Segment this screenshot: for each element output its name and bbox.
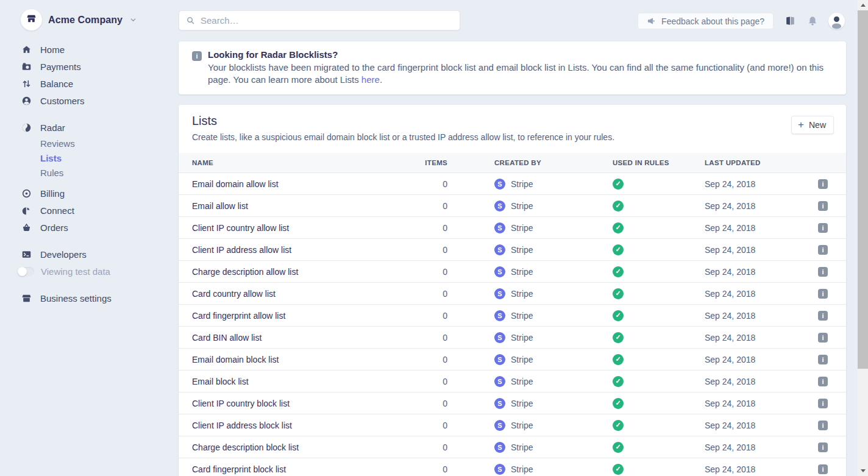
stripe-logo-icon: S [494, 201, 505, 211]
check-icon: ✓ [613, 464, 624, 475]
sidebar-item-rules[interactable]: Rules [40, 165, 152, 180]
used-in-rules-cell: ✓ [613, 310, 705, 321]
row-info-button[interactable]: i [818, 311, 828, 321]
column-header-used-in-rules: USED IN RULES [613, 159, 705, 166]
sidebar-nav: Home Payments Balance Customers Radar [21, 41, 152, 307]
sidebar-item-lists[interactable]: Lists [40, 151, 152, 165]
sidebar-item-balance[interactable]: Balance [21, 75, 152, 92]
last-updated: Sep 24, 2018 [705, 311, 818, 321]
created-by-cell: S Stripe [447, 376, 613, 387]
used-in-rules-cell: ✓ [613, 222, 705, 233]
used-in-rules-cell: ✓ [613, 179, 705, 190]
sidebar-item-customers[interactable]: Customers [21, 92, 152, 109]
search-bar[interactable] [179, 10, 460, 30]
sidebar-item-payments[interactable]: Payments [21, 58, 152, 75]
check-icon: ✓ [613, 332, 624, 343]
created-by-label: Stripe [511, 464, 533, 474]
used-in-rules-cell: ✓ [613, 376, 705, 387]
table-row[interactable]: Charge description allow list 0 S Stripe… [179, 260, 846, 282]
test-data-toggle-row[interactable]: Viewing test data [21, 263, 152, 280]
search-input[interactable] [201, 15, 453, 26]
table-row[interactable]: Client IP address allow list 0 S Stripe … [179, 238, 846, 260]
vertical-scrollbar[interactable] [858, 0, 868, 476]
created-by-cell: S Stripe [447, 288, 613, 299]
row-info-button[interactable]: i [818, 333, 828, 343]
table-row[interactable]: Card fingerprint allow list 0 S Stripe ✓… [179, 304, 846, 326]
stripe-logo-icon: S [494, 420, 505, 431]
account-name: Acme Company [48, 15, 123, 26]
table-row[interactable]: Email block list 0 S Stripe ✓ Sep 24, 20… [179, 370, 846, 392]
learn-more-link[interactable]: here [361, 74, 380, 85]
used-in-rules-cell: ✓ [613, 244, 705, 255]
sidebar-item-label: Orders [40, 222, 68, 233]
sidebar-item-label: Connect [40, 205, 74, 216]
table-row[interactable]: Client IP country allow list 0 S Stripe … [179, 216, 846, 238]
scrollbar-thumb[interactable] [858, 10, 868, 369]
sidebar-item-reviews[interactable]: Reviews [40, 136, 152, 151]
created-by-label: Stripe [511, 267, 533, 277]
row-info-button[interactable]: i [818, 245, 828, 255]
banner-body-period: . [380, 74, 382, 85]
list-items-count: 0 [417, 245, 447, 255]
table-row[interactable]: Card BIN allow list 0 S Stripe ✓ Sep 24,… [179, 326, 846, 348]
row-info-button[interactable]: i [818, 267, 828, 277]
test-data-toggle[interactable] [18, 267, 34, 276]
table-row[interactable]: Email domain block list 0 S Stripe ✓ Sep… [179, 348, 846, 370]
table-row[interactable]: Charge description block list 0 S Stripe… [179, 436, 846, 458]
stripe-logo-icon: S [494, 244, 505, 255]
new-list-button[interactable]: + New [791, 116, 834, 134]
last-updated: Sep 24, 2018 [705, 201, 818, 211]
table-row[interactable]: Email allow list 0 S Stripe ✓ Sep 24, 20… [179, 194, 846, 216]
sidebar-item-label: Balance [40, 79, 73, 89]
sidebar-item-business-settings[interactable]: Business settings [21, 290, 152, 307]
table-row[interactable]: Client IP country block list 0 S Stripe … [179, 392, 846, 414]
user-avatar[interactable] [828, 13, 845, 29]
notifications-bell-icon[interactable] [807, 15, 818, 27]
sidebar-item-orders[interactable]: Orders [21, 219, 152, 236]
row-info-button[interactable]: i [818, 377, 828, 386]
created-by-cell: S Stripe [447, 201, 613, 211]
radar-blocklists-banner: i Looking for Radar Blocklists? Your blo… [179, 41, 846, 94]
list-name: Charge description allow list [192, 267, 417, 277]
list-name: Card country allow list [192, 289, 417, 299]
billing-icon [21, 188, 32, 199]
row-info-button[interactable]: i [818, 421, 828, 430]
row-info-button[interactable]: i [818, 464, 828, 474]
table-row[interactable]: Client IP address block list 0 S Stripe … [179, 414, 846, 436]
row-info-button[interactable]: i [818, 355, 828, 364]
feedback-label: Feedback about this page? [661, 16, 764, 26]
sidebar-subitem-label: Lists [40, 153, 62, 163]
created-by-cell: S Stripe [447, 266, 613, 277]
sidebar-item-connect[interactable]: Connect [21, 202, 152, 219]
sidebar-item-radar[interactable]: Radar [21, 119, 152, 136]
scrollbar-up-arrow[interactable] [858, 0, 868, 10]
feedback-button[interactable]: Feedback about this page? [638, 13, 774, 29]
last-updated: Sep 24, 2018 [705, 289, 818, 299]
created-by-label: Stripe [511, 442, 533, 452]
last-updated: Sep 24, 2018 [705, 333, 818, 343]
table-row[interactable]: Card fingerprint block list 0 S Stripe ✓… [179, 458, 846, 476]
check-icon: ✓ [613, 354, 624, 365]
table-row[interactable]: Email domain allow list 0 S Stripe ✓ Sep… [179, 172, 846, 194]
account-switcher[interactable]: Acme Company [0, 0, 152, 30]
search-icon [186, 16, 195, 25]
sidebar-item-billing[interactable]: Billing [21, 185, 152, 202]
row-info-button[interactable]: i [818, 442, 828, 452]
sidebar-item-home[interactable]: Home [21, 41, 152, 58]
used-in-rules-cell: ✓ [613, 354, 705, 365]
scrollbar-down-arrow[interactable] [858, 466, 868, 476]
created-by-label: Stripe [511, 421, 533, 430]
table-row[interactable]: Card country allow list 0 S Stripe ✓ Sep… [179, 282, 846, 304]
row-info-button[interactable]: i [818, 179, 828, 189]
row-info-button[interactable]: i [818, 223, 828, 233]
created-by-label: Stripe [511, 333, 533, 343]
column-header-items: ITEMS [417, 159, 447, 166]
lists-card: Lists Create lists, like a suspicious em… [179, 105, 846, 476]
sidebar-item-developers[interactable]: Developers [21, 246, 152, 263]
created-by-cell: S Stripe [447, 310, 613, 321]
row-info-button[interactable]: i [818, 201, 828, 211]
row-info-button[interactable]: i [818, 289, 828, 299]
list-name: Email domain block list [192, 355, 417, 364]
row-info-button[interactable]: i [818, 399, 828, 408]
docs-book-icon[interactable] [784, 15, 797, 27]
